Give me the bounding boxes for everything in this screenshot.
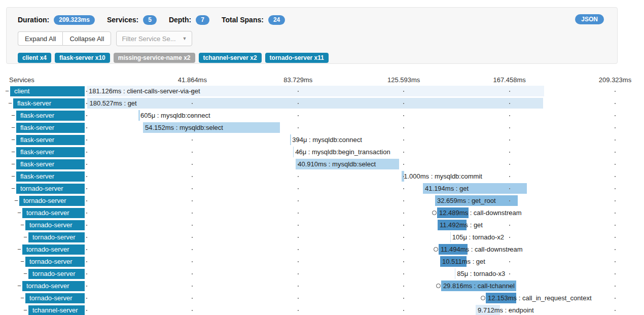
service-label[interactable]: tornado-server (25, 220, 85, 230)
collapse-toggle[interactable]: − (23, 269, 28, 278)
trace-row: −tornado-server32.659ms : get_root (0, 195, 644, 207)
span-label: 11.492ms : get (440, 219, 483, 231)
collapse-toggle[interactable]: − (8, 99, 13, 108)
stat-depth: Depth: 7 (169, 15, 209, 25)
collapse-toggle[interactable]: − (11, 135, 16, 145)
service-label[interactable]: flask-server (16, 171, 85, 182)
collapse-all-button[interactable]: Collapse All (62, 31, 111, 46)
tick-dot (192, 152, 193, 153)
service-label[interactable]: flask-server (16, 111, 85, 121)
time-ruler: 41.864ms83.729ms125.593ms167.458ms209.32… (87, 76, 615, 84)
annotation-circle-icon (432, 211, 437, 215)
collapse-toggle[interactable]: − (17, 208, 22, 218)
tick-dot (192, 273, 193, 274)
annotation-circle-icon (481, 296, 485, 300)
row-timeline: 29.816ms : call-tchannel (87, 280, 615, 292)
span-bar[interactable] (87, 98, 543, 109)
time-marker-label: 209.323ms (599, 76, 631, 84)
filter-service-select[interactable]: Filter Service Se... ▼ (116, 31, 192, 46)
tick-dot (403, 286, 404, 287)
service-label[interactable]: tornado-server (19, 196, 85, 206)
stat-services: Services: 5 (107, 15, 157, 25)
span-bar[interactable] (290, 134, 291, 145)
service-label[interactable]: tornado-server (28, 269, 85, 279)
service-label[interactable]: tornado-server (25, 293, 85, 303)
span-label: 11.494ms : call-downstream (441, 243, 523, 255)
service-label[interactable]: flask-server (16, 147, 85, 157)
tick-dot (403, 139, 404, 141)
service-label[interactable]: tornado-server (22, 208, 85, 218)
collapse-toggle[interactable]: − (17, 245, 22, 254)
trace-row: −tornado-server105μ : tornado-x2 (0, 231, 644, 243)
tick-dot (615, 261, 616, 262)
filter-service-placeholder: Filter Service Se... (122, 35, 175, 43)
trace-row: −flask-server54.152ms : mysqldb:select (0, 122, 644, 134)
service-label[interactable]: flask-server (16, 159, 85, 169)
service-tag[interactable]: flask-server x10 (55, 53, 110, 63)
service-label[interactable]: tchannel-server (28, 305, 85, 315)
tick-dot (86, 152, 87, 153)
service-label[interactable]: flask-server (16, 135, 85, 145)
collapse-toggle[interactable]: − (20, 294, 25, 303)
service-label[interactable]: tornado-server (28, 232, 85, 242)
service-label[interactable]: client (10, 86, 85, 96)
tick-dot (86, 261, 87, 262)
depth-badge: 7 (196, 15, 209, 25)
json-button[interactable]: JSON (575, 14, 604, 24)
tick-dot (403, 225, 404, 226)
row-timeline: 41.194ms : get (87, 183, 615, 195)
collapse-toggle[interactable]: − (11, 123, 16, 132)
tick-dot (192, 261, 193, 262)
span-bar[interactable] (138, 110, 140, 121)
service-label[interactable]: tornado-server (25, 257, 85, 267)
stat-duration: Duration: 209.323ms (18, 15, 95, 25)
span-label: 105μ : tornado-x2 (452, 231, 504, 243)
tick-dot (615, 139, 616, 141)
tick-dot (298, 176, 299, 177)
tick-dot (509, 103, 510, 104)
span-bar[interactable] (455, 268, 455, 279)
collapse-toggle[interactable]: − (11, 172, 16, 181)
expand-all-button[interactable]: Expand All (18, 31, 62, 46)
tick-dot (298, 286, 299, 287)
collapse-toggle[interactable]: − (23, 306, 28, 315)
tick-dot (509, 176, 510, 177)
tick-dot (509, 237, 510, 238)
tick-dot (615, 115, 616, 116)
service-tag[interactable]: missing-service-name x2 (114, 53, 195, 63)
service-label[interactable]: flask-server (16, 123, 85, 133)
services-badge: 5 (143, 15, 157, 25)
collapse-toggle[interactable]: − (14, 196, 19, 205)
span-bar[interactable] (293, 147, 294, 157)
collapse-toggle[interactable]: − (11, 184, 16, 193)
span-bar[interactable] (450, 232, 451, 242)
duration-badge: 209.323ms (54, 15, 95, 25)
collapse-toggle[interactable]: − (20, 221, 25, 230)
service-label[interactable]: tornado-server (16, 184, 85, 194)
collapse-toggle[interactable]: − (11, 148, 16, 157)
service-label[interactable]: tornado-server (22, 281, 85, 291)
collapse-toggle[interactable]: − (11, 160, 16, 169)
span-label: 12.489ms : call-downstream (439, 207, 522, 219)
collapse-toggle[interactable]: − (23, 233, 28, 242)
row-timeline: 12.489ms : call-downstream (87, 207, 615, 219)
collapse-toggle[interactable]: − (20, 257, 25, 266)
service-label[interactable]: flask-server (13, 98, 85, 109)
service-tag[interactable]: tornado-server x11 (265, 53, 329, 63)
time-marker-label: 41.864ms (178, 76, 207, 84)
service-tag[interactable]: client x4 (18, 53, 51, 63)
trace-row: −flask-server394μ : mysqldb:connect (0, 134, 644, 146)
trace-row: −tornado-server85μ : tornado-x3 (0, 268, 644, 280)
service-tag[interactable]: tchannel-server x2 (199, 53, 262, 63)
collapse-toggle[interactable]: − (17, 282, 22, 291)
expand-collapse-group: Expand All Collapse All (18, 31, 111, 46)
duration-label: Duration: (18, 16, 49, 24)
trace-row: −tchannel-server9.712ms : endpoint (0, 304, 644, 315)
row-timeline: 10.511ms : get (87, 256, 615, 268)
collapse-toggle[interactable]: − (5, 87, 10, 96)
tick-dot (615, 188, 616, 189)
service-label[interactable]: tornado-server (22, 244, 85, 255)
tick-dot (86, 310, 87, 311)
collapse-toggle[interactable]: − (11, 111, 16, 120)
tick-dot (86, 188, 87, 189)
